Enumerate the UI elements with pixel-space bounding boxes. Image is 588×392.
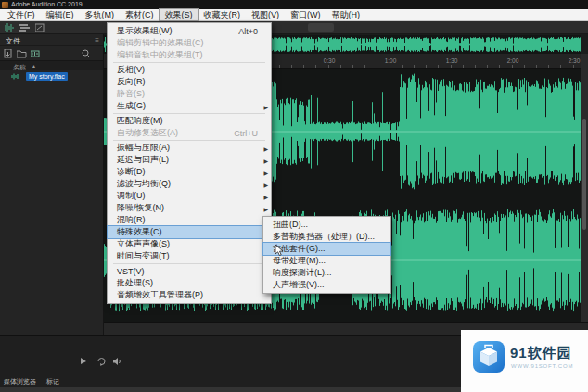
menu-item-label: 振幅与压限(A)	[117, 142, 258, 154]
menu-item-label: 批处理(S)	[117, 277, 258, 289]
menu-item-label: 编辑音轨中的效果组(T)	[117, 49, 258, 61]
menu-item[interactable]: 自动修复选区(A)Ctrl+U	[108, 127, 271, 139]
menu-item-label: 匹配响度(M)	[117, 115, 258, 127]
new-media-icon[interactable]	[31, 49, 40, 58]
submenu-arrow-icon: ▶	[263, 170, 268, 176]
menu-item[interactable]: 编辑剪辑中的效果组(C)	[108, 37, 271, 49]
menu-item[interactable]: 生成(G)▶	[108, 100, 271, 112]
menu-item[interactable]: 延迟与回声(L)▶	[108, 154, 271, 166]
title-bar: Adobe Audition CC 2019	[0, 0, 588, 9]
menu-item[interactable]: 音频增效工具管理器(P)...	[108, 289, 271, 301]
files-column-header[interactable]: 名称 ▲	[0, 60, 103, 70]
multitrack-view-icon[interactable]	[19, 23, 30, 32]
menu-item[interactable]: 立体声声像(S)▶	[108, 238, 271, 250]
submenu-arrow-icon: ▶	[263, 206, 268, 212]
menu-item[interactable]: 时间与变调(T)▶	[108, 250, 271, 262]
menu-item-label: 音频增效工具管理器(P)...	[117, 289, 258, 301]
menu-item-label: 降噪/恢复(N)	[117, 202, 258, 214]
ruler-time-label: 1:30	[446, 57, 458, 64]
submenu-arrow-icon: ▶	[263, 182, 268, 188]
menu-item-label: 扭曲(D)...	[273, 219, 377, 231]
menubar-item[interactable]: 效果(S)	[160, 9, 198, 20]
menu-item-label: 响度探测计(L)...	[273, 267, 377, 279]
menu-item[interactable]: 编辑音轨中的效果组(T)	[108, 49, 271, 61]
menu-separator	[113, 263, 265, 264]
spectral-view-icon[interactable]	[35, 23, 45, 32]
menu-item-label: 吉他套件(G)...	[273, 243, 377, 255]
search-icon[interactable]	[82, 49, 91, 58]
menu-item[interactable]: VST(V)▶	[108, 265, 271, 277]
loop-icon[interactable]	[96, 357, 107, 366]
menu-item[interactable]: 反向(R)	[108, 76, 271, 88]
menu-item-label: 滤波与均衡(Q)	[117, 178, 258, 190]
bottom-tab[interactable]: 媒体浏览器	[4, 377, 36, 386]
menu-separator	[113, 113, 265, 114]
panel-menu-icon[interactable]: ≡	[95, 36, 99, 44]
sort-ascending-icon: ▲	[32, 63, 36, 69]
submenu-arrow-icon: ▶	[263, 194, 268, 200]
menu-item-label: 立体声声像(S)	[117, 238, 258, 250]
files-panel-header: 文件 ≡	[0, 34, 103, 46]
menu-separator	[113, 62, 265, 63]
scrollbar-thumb[interactable]	[582, 119, 586, 230]
menu-item[interactable]: 扭曲(D)...	[263, 219, 390, 231]
effects-menu: 显示效果组(W)Alt+0编辑剪辑中的效果组(C)编辑音轨中的效果组(T)反相(…	[107, 22, 272, 304]
menu-shortcut: Ctrl+U	[234, 129, 258, 138]
menu-item[interactable]: 诊断(D)▶	[108, 166, 271, 178]
menubar-item[interactable]: 素材(C)	[120, 9, 160, 20]
menu-item[interactable]: 响度探测计(L)...	[263, 267, 390, 279]
menu-item[interactable]: 特殊效果(C)▶	[108, 226, 271, 238]
watermark-subtitle: WWW.91SOFT.COM	[511, 363, 573, 369]
menu-item-label: 反向(R)	[117, 76, 258, 88]
menu-item-label: 静音(S)	[117, 88, 258, 100]
menu-item[interactable]: 多普勒换挡器（处理）(D)...	[263, 231, 390, 243]
menu-item[interactable]: 调制(U)▶	[108, 190, 271, 202]
menu-item[interactable]: 批处理(S)▶	[108, 277, 271, 289]
menubar-item[interactable]: 编辑(E)	[41, 9, 80, 20]
menubar-item[interactable]: 收藏夹(R)	[198, 9, 247, 20]
vertical-scrollbar[interactable]	[581, 54, 588, 322]
waveform-view-icon[interactable]	[4, 23, 15, 32]
workspace-chip[interactable]	[308, 23, 334, 32]
file-row[interactable]: My story.flac	[0, 71, 103, 82]
selected-file-name[interactable]: My story.flac	[26, 72, 68, 81]
menu-item[interactable]: 振幅与压限(A)▶	[108, 142, 271, 154]
menubar-item[interactable]: 窗口(W)	[285, 9, 326, 20]
files-panel-toolbar	[0, 47, 103, 59]
menu-item-label: 调制(U)	[117, 190, 258, 202]
mouse-cursor	[275, 244, 286, 257]
menu-bar: 文件(F)编辑(E)多轨(M)素材(C)效果(S)收藏夹(R)视图(V)窗口(W…	[0, 9, 588, 21]
menubar-item[interactable]: 文件(F)	[2, 9, 41, 20]
submenu-arrow-icon: ▶	[263, 145, 268, 152]
menu-item-label: 反相(V)	[117, 64, 258, 76]
menu-shortcut: Alt+0	[238, 27, 258, 36]
tab-files[interactable]: 文件	[6, 36, 20, 46]
menu-item[interactable]: 人声增强(V)...	[263, 279, 390, 291]
menu-item[interactable]: 滤波与均衡(Q)▶	[108, 178, 271, 190]
menu-item-label: 诊断(D)	[117, 166, 258, 178]
speaker-icon[interactable]	[113, 357, 123, 366]
ruler-time-label: 1:00	[385, 57, 397, 64]
menubar-item[interactable]: 多轨(M)	[80, 9, 121, 20]
footer-bar	[0, 387, 461, 392]
menu-separator	[113, 140, 265, 141]
menubar-item[interactable]: 视图(V)	[246, 9, 285, 20]
menu-item-label: 母带处理(M)...	[273, 255, 377, 267]
menu-item[interactable]: 反相(V)	[108, 64, 271, 76]
menu-item-label: 时间与变调(T)	[117, 250, 258, 262]
menu-item-label: 自动修复选区(A)	[117, 127, 226, 139]
menu-item[interactable]: 混响(R)▶	[108, 214, 271, 226]
menu-item-label: 人声增强(V)...	[273, 279, 377, 291]
menu-item[interactable]: 静音(S)	[108, 88, 271, 100]
menu-item-label: 延迟与回声(L)	[117, 154, 258, 166]
watermark: 91软件园 WWW.91SOFT.COM	[461, 330, 588, 392]
menu-item[interactable]: 匹配响度(M)	[108, 115, 271, 127]
import-file-icon[interactable]	[4, 49, 13, 58]
menu-item[interactable]: 降噪/恢复(N)▶	[108, 202, 271, 214]
bottom-tab[interactable]: 标记	[46, 377, 59, 386]
menu-item[interactable]: 显示效果组(W)Alt+0	[108, 25, 271, 37]
files-panel: 文件 ≡ 名称 ▲ My story.flac	[0, 34, 104, 335]
skip-icon[interactable]	[80, 357, 88, 365]
menubar-item[interactable]: 帮助(H)	[326, 9, 366, 20]
open-folder-icon[interactable]	[17, 49, 27, 58]
